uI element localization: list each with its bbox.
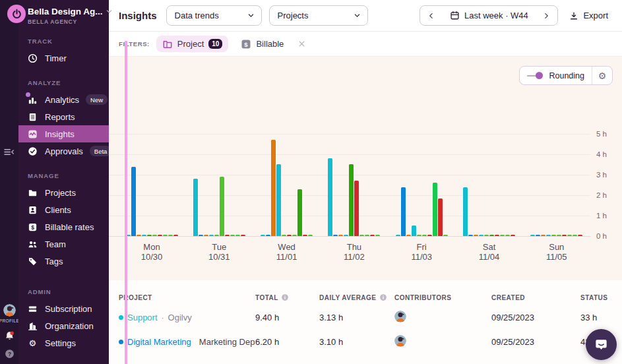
table-row[interactable]: Digital Marketing Marketing Departn 6.20… [109, 330, 622, 354]
info-icon[interactable] [379, 293, 387, 301]
workspace-switcher[interactable]: Bella Design Ag... BELLA AGENCY [18, 0, 109, 25]
bar-orange[interactable] [338, 235, 343, 236]
bar-green[interactable] [375, 235, 380, 236]
bar-darkgreen[interactable] [489, 235, 494, 236]
bar-green[interactable] [230, 235, 235, 236]
bar-red[interactable] [562, 235, 567, 236]
bar-cyan[interactable] [193, 179, 198, 236]
bar-orange[interactable] [137, 235, 141, 236]
contributor-avatar[interactable] [394, 311, 406, 322]
bar-cyan[interactable] [546, 235, 551, 236]
sidebar-item-analytics[interactable]: Analytics New [18, 91, 109, 108]
bar-red[interactable] [303, 235, 307, 236]
bar-cyan[interactable] [396, 235, 400, 236]
sidebar-item-timer[interactable]: Timer [18, 49, 109, 67]
sidebar-item-projects[interactable]: Projects [18, 184, 109, 201]
previous-period-button[interactable] [424, 11, 439, 21]
export-button[interactable]: Export [565, 8, 612, 23]
bar-green[interactable] [292, 235, 297, 236]
bar-green[interactable] [422, 235, 427, 236]
sidebar-item-tags[interactable]: Tags [18, 253, 109, 270]
bar-orange[interactable] [271, 140, 276, 236]
bar-red[interactable] [354, 181, 359, 236]
bar-red[interactable] [578, 235, 582, 236]
bar-orange[interactable] [541, 235, 545, 236]
profile-avatar[interactable] [3, 304, 16, 317]
bar-red[interactable] [427, 235, 432, 236]
toggl-logo-icon[interactable] [7, 5, 26, 23]
bar-red[interactable] [241, 235, 245, 236]
bar-green[interactable] [443, 235, 448, 236]
help-icon[interactable]: ? [5, 349, 15, 359]
next-period-button[interactable] [539, 11, 553, 21]
bar-red[interactable] [438, 198, 443, 236]
bar-emerald[interactable] [433, 183, 437, 236]
bar-orange[interactable] [406, 235, 411, 236]
sidebar-item-reports[interactable]: Reports [18, 108, 109, 125]
bar-green[interactable] [417, 235, 421, 236]
bar-cyan[interactable] [412, 226, 416, 236]
bar-green[interactable] [152, 235, 157, 236]
bar-green[interactable] [567, 235, 572, 236]
bar-darkgreen[interactable] [349, 164, 354, 236]
bar-darkgreen[interactable] [147, 235, 152, 236]
info-icon[interactable] [281, 293, 289, 301]
bar-green[interactable] [484, 235, 489, 236]
clear-filter-icon[interactable] [297, 40, 306, 48]
bar-cyan[interactable] [463, 187, 468, 236]
bar-cyan[interactable] [142, 235, 146, 236]
project-filter-chip[interactable]: Project 10 [156, 36, 229, 52]
table-row[interactable]: Support · Ogilvy 9.40 h 3.13 h 09/25/202… [109, 305, 622, 330]
bar-cyan[interactable] [530, 235, 535, 236]
insights-entity-select[interactable]: Projects [269, 5, 368, 26]
bar-green[interactable] [168, 235, 173, 236]
bar-blue[interactable] [536, 235, 540, 236]
bar-green[interactable] [505, 235, 510, 236]
sidebar-item-clients[interactable]: Clients [18, 201, 109, 218]
sidebar-item-organization[interactable]: Organization [18, 317, 109, 334]
bar-green[interactable] [220, 177, 224, 236]
bar-blue[interactable] [333, 235, 338, 236]
bar-cyan[interactable] [328, 158, 332, 236]
chat-widget-button[interactable] [586, 329, 617, 360]
sidebar-scroll-indicator[interactable] [125, 41, 127, 364]
bar-green[interactable] [365, 235, 369, 236]
bar-cyan[interactable] [344, 235, 348, 236]
contributor-avatar[interactable] [394, 335, 406, 347]
bar-green[interactable] [551, 235, 556, 236]
rounding-toggle[interactable] [527, 72, 543, 80]
sidebar-item-subscription[interactable]: Subscription [18, 300, 109, 317]
bar-red[interactable] [511, 235, 515, 236]
notifications-bell-icon[interactable] [4, 330, 15, 342]
sidebar-item-billable-rates[interactable]: $ Billable rates [18, 218, 109, 235]
sidebar-item-insights[interactable]: Insights [18, 125, 109, 142]
bar-green[interactable] [214, 235, 219, 236]
sidebar-item-approvals[interactable]: Approvals Beta [18, 142, 109, 160]
bar-blue[interactable] [468, 235, 473, 236]
bar-green[interactable] [557, 235, 561, 236]
bar-red[interactable] [287, 235, 292, 236]
billable-filter-chip[interactable]: $ Billable [235, 36, 290, 52]
date-range-picker[interactable]: Last week · W44 [420, 5, 558, 26]
bar-green[interactable] [359, 235, 364, 236]
bar-darkgreen[interactable] [297, 189, 302, 236]
bar-cyan[interactable] [209, 235, 214, 236]
project-name-link[interactable]: Support [127, 313, 158, 322]
sidebar-item-settings[interactable]: ⚙ Settings [18, 334, 109, 351]
rounding-settings-gear-icon[interactable]: ⚙ [592, 71, 612, 80]
bar-green[interactable] [235, 235, 240, 236]
sidebar-item-team[interactable]: Team [18, 235, 109, 253]
bar-blue[interactable] [199, 235, 203, 236]
bar-green[interactable] [163, 235, 168, 236]
bar-blue[interactable] [401, 187, 406, 236]
bar-red[interactable] [158, 235, 162, 236]
sidebar-collapse-icon[interactable] [3, 147, 15, 160]
bar-cyan[interactable] [261, 235, 265, 236]
bar-red[interactable] [225, 235, 230, 236]
bar-blue[interactable] [131, 167, 136, 236]
bar-orange[interactable] [474, 235, 478, 236]
bar-red[interactable] [173, 235, 178, 236]
bar-orange[interactable] [204, 235, 208, 236]
project-name-link[interactable]: Digital Marketing [127, 337, 191, 347]
data-trends-select[interactable]: Data trends [166, 5, 262, 26]
